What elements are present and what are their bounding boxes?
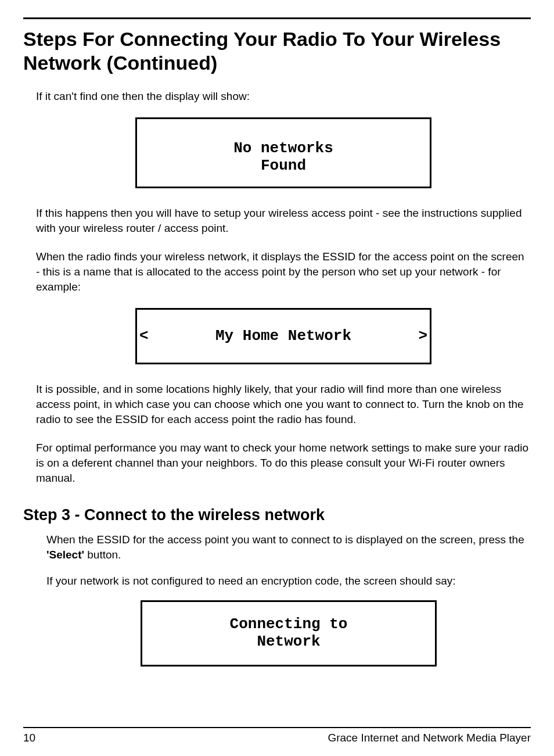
footer-product-name: Grace Internet and Network Media Player	[328, 732, 531, 744]
paragraph-essid-explain: When the radio finds your wireless netwo…	[36, 249, 531, 294]
paragraph-multiple-ap: It is possible, and in some locations hi…	[36, 382, 531, 427]
paragraph-no-encryption: If your network is not configured to nee…	[46, 574, 531, 589]
paragraph-channel-advice: For optimal performance you may want to …	[36, 440, 531, 485]
lcd-screen-connecting: Connecting to Network	[141, 600, 437, 667]
page-footer: 10 Grace Internet and Network Media Play…	[23, 727, 531, 744]
lcd-line: Found	[141, 157, 426, 175]
step-3-heading: Step 3 - Connect to the wireless network	[23, 506, 531, 524]
select-button-label: 'Select'	[46, 549, 84, 561]
paragraph-press-select: When the ESSID for the access point you …	[46, 532, 531, 562]
chevron-left-icon: <	[139, 326, 149, 346]
lcd-line: No networks	[141, 140, 426, 157]
text-fragment: When the ESSID for the access point you …	[46, 533, 524, 546]
intro-paragraph-1: If it can't find one then the display wi…	[36, 89, 531, 104]
text-fragment: button.	[84, 549, 121, 561]
top-horizontal-rule	[23, 17, 531, 19]
lcd-screen-essid: < My Home Network >	[135, 308, 431, 364]
paragraph-setup-ap: If this happens then you will have to se…	[36, 206, 531, 235]
lcd-essid-name: My Home Network	[149, 326, 419, 346]
footer-horizontal-rule	[23, 727, 531, 728]
chevron-right-icon: >	[418, 326, 427, 346]
page-title: Steps For Connecting Your Radio To Your …	[23, 27, 531, 75]
lcd-line: Network	[146, 633, 431, 651]
lcd-screen-no-networks: No networks Found	[135, 117, 431, 188]
lcd-line: Connecting to	[146, 616, 431, 633]
page-number: 10	[23, 732, 35, 744]
